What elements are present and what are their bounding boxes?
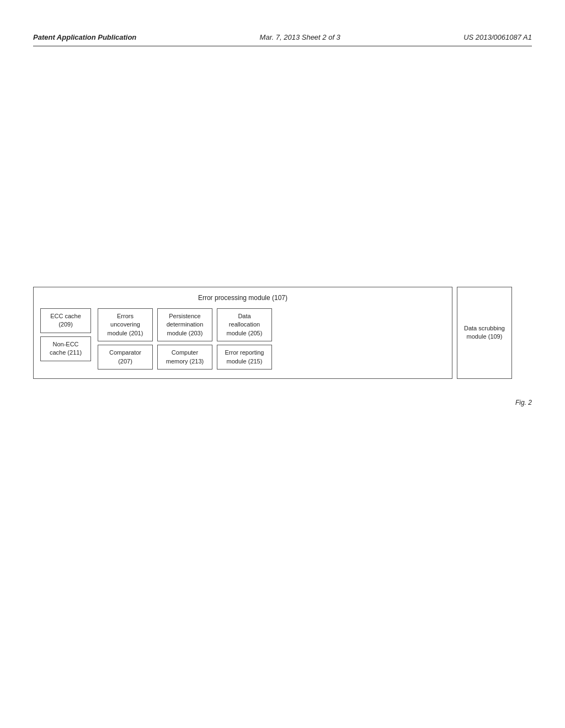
- data-scrubbing-box: Data scrubbing module (109): [457, 287, 512, 379]
- diagram-wrapper: Error processing module (107) ECC cache …: [33, 287, 532, 379]
- header-date-sheet: Mar. 7, 2013 Sheet 2 of 3: [260, 33, 340, 41]
- diagram-area: Error processing module (107) ECC cache …: [33, 287, 532, 379]
- cache-column: ECC cache (209) Non-ECC cache (211): [40, 308, 91, 361]
- errors-uncovering-box: Errors uncovering module (201): [98, 308, 153, 341]
- page: Patent Application Publication Mar. 7, 2…: [0, 0, 565, 728]
- ecc-cache-box: ECC cache (209): [40, 308, 91, 333]
- non-ecc-cache-box: Non-ECC cache (211): [40, 336, 91, 361]
- error-processing-title: Error processing module (107): [40, 294, 445, 302]
- persistence-box: Persistence determination module (203): [157, 308, 212, 341]
- inner-row: ECC cache (209) Non-ECC cache (211) Erro…: [40, 308, 445, 370]
- center-column: Persistence determination module (203) C…: [157, 308, 212, 370]
- error-reporting-box: Error reporting module (215): [217, 345, 272, 370]
- computer-memory-box: Computer memory (213): [157, 345, 212, 370]
- header-publication-label: Patent Application Publication: [33, 33, 136, 41]
- right-middle-column: Data reallocation module (205) Error rep…: [217, 308, 272, 370]
- fig-label: Fig. 2: [515, 399, 532, 406]
- error-processing-module-box: Error processing module (107) ECC cache …: [33, 287, 452, 379]
- header: Patent Application Publication Mar. 7, 2…: [33, 33, 532, 46]
- header-patent-number: US 2013/0061087 A1: [463, 33, 532, 41]
- comparator-box: Comparator (207): [98, 345, 153, 370]
- left-middle-column: Errors uncovering module (201) Comparato…: [98, 308, 153, 370]
- data-reallocation-box: Data reallocation module (205): [217, 308, 272, 341]
